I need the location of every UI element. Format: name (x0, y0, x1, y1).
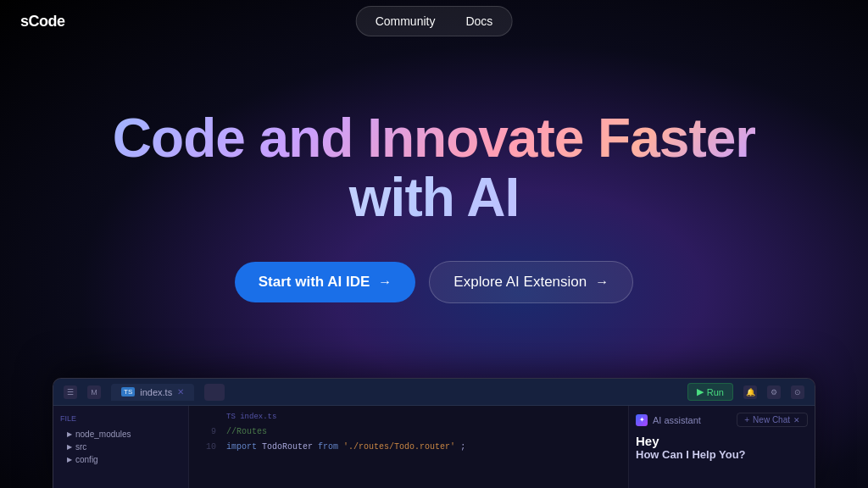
hero-title-line1: Code and Innovate Faster (113, 108, 755, 168)
ide-search-icon[interactable] (204, 384, 225, 401)
ide-menu-icon: ☰ (64, 385, 77, 399)
hero-title-line2: with AI (113, 168, 755, 227)
file-header: File (53, 413, 188, 424)
ai-panel-title: ✦ AI assistant (636, 414, 701, 426)
ide-titlebar: ☰ M TS index.ts ✕ ▶ Run 🔔 ⚙ ⊙ (53, 379, 815, 406)
navbar: sCode Community Docs (0, 0, 868, 42)
code-line-10: 10 import TodoRouter from './routes/Todo… (189, 440, 628, 455)
ide-body: File ▶ node_modules ▶ src ▶ config TS in… (53, 406, 815, 488)
cta-buttons: Start with AI IDE → Explore AI Extension… (235, 261, 633, 303)
code-line-tab: TS index.ts (189, 409, 628, 424)
folder-icon-src: ▶ (67, 443, 72, 451)
close-icon[interactable]: ✕ (793, 416, 800, 424)
ide-ai-panel: ✦ AI assistant + New Chat ✕ Hey How Can … (628, 406, 815, 488)
ide-code-editor[interactable]: TS index.ts 9 //Routes 10 import TodoRou… (189, 406, 628, 488)
new-chat-button[interactable]: + New Chat ✕ (737, 413, 808, 427)
file-item-src[interactable]: ▶ src (53, 441, 188, 453)
code-line-9: 9 //Routes (189, 424, 628, 440)
primary-arrow-icon: → (378, 274, 392, 290)
ide-run-button[interactable]: ▶ Run (687, 383, 733, 401)
ide-logo-icon: M (87, 385, 101, 399)
ai-question-text: How Can I Help You? (636, 448, 808, 461)
ai-panel-header: ✦ AI assistant + New Chat ✕ (636, 413, 808, 427)
ide-bell-icon: 🔔 (743, 385, 757, 399)
nav-item-community[interactable]: Community (362, 10, 449, 32)
nav-item-docs[interactable]: Docs (452, 10, 506, 32)
tab-close-icon[interactable]: ✕ (177, 387, 184, 396)
nav-center: Community Docs (356, 6, 513, 36)
hero-section: Code and Innovate Faster with AI Start w… (0, 42, 868, 386)
secondary-arrow-icon: → (595, 274, 609, 290)
folder-icon-config: ▶ (67, 456, 72, 463)
ide-settings-icon: ⚙ (767, 385, 781, 399)
plus-icon: + (744, 415, 749, 424)
start-ai-ide-button[interactable]: Start with AI IDE → (235, 262, 416, 302)
ai-greeting-text: Hey (636, 434, 808, 448)
file-item-config[interactable]: ▶ config (53, 453, 188, 466)
ide-file-sidebar: File ▶ node_modules ▶ src ▶ config (53, 406, 189, 488)
folder-icon: ▶ (67, 430, 72, 438)
run-play-icon: ▶ (697, 386, 704, 397)
ai-star-icon: ✦ (636, 414, 648, 426)
file-item-node-modules[interactable]: ▶ node_modules (53, 428, 188, 441)
ide-preview: ☰ M TS index.ts ✕ ▶ Run 🔔 ⚙ ⊙ File ▶ nod… (53, 378, 815, 488)
nav-logo: sCode (20, 13, 65, 30)
explore-ai-extension-button[interactable]: Explore AI Extension → (429, 261, 633, 303)
ide-tab-index[interactable]: TS index.ts ✕ (111, 384, 194, 401)
ide-github-icon: ⊙ (791, 385, 804, 399)
hero-title: Code and Innovate Faster with AI (113, 108, 755, 228)
ts-badge: TS (121, 387, 135, 396)
